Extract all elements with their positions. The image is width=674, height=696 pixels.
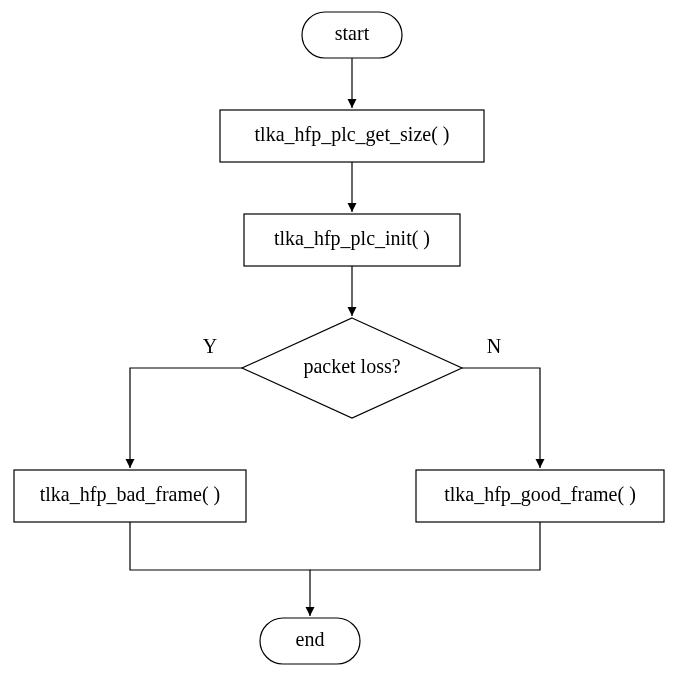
label-yes: Y <box>203 335 217 357</box>
node-decision-label: packet loss? <box>303 355 400 378</box>
edge-decision-goodframe <box>462 368 540 468</box>
edge-decision-badframe <box>130 368 242 468</box>
node-goodframe-label: tlka_hfp_good_frame( ) <box>444 483 636 506</box>
node-getsize-label: tlka_hfp_plc_get_size( ) <box>255 123 450 146</box>
node-init-label: tlka_hfp_plc_init( ) <box>274 227 430 250</box>
label-no: N <box>487 335 501 357</box>
node-end-label: end <box>296 628 325 650</box>
flowchart: start tlka_hfp_plc_get_size( ) tlka_hfp_… <box>0 0 674 696</box>
node-badframe-label: tlka_hfp_bad_frame( ) <box>40 483 220 506</box>
edge-goodframe-end <box>310 522 540 570</box>
edge-badframe-end <box>130 522 310 616</box>
node-start-label: start <box>335 22 370 44</box>
